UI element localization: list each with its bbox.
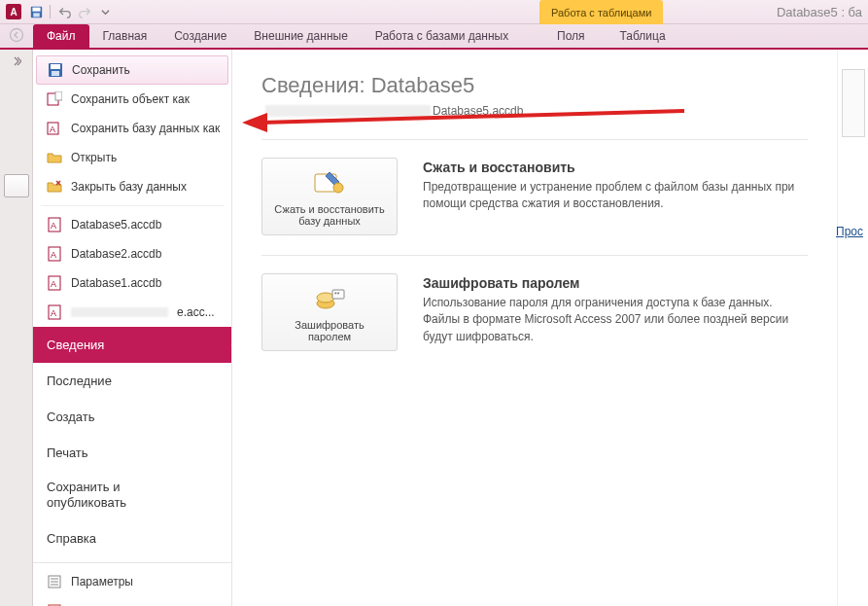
menu-label: Закрыть базу данных <box>71 180 187 194</box>
menu-section-recent[interactable]: Последние <box>33 363 231 399</box>
button-label: Зашифровать паролем <box>295 319 364 342</box>
section-label: Сохранить и опубликовать <box>47 480 126 512</box>
section-label: Сведения <box>47 338 104 352</box>
svg-point-27 <box>317 293 334 303</box>
qat-save-icon[interactable] <box>27 3 45 20</box>
qat-customize-icon[interactable] <box>96 3 114 20</box>
menu-section-help[interactable]: Справка <box>33 520 231 556</box>
menu-section-create[interactable]: Создать <box>33 399 231 435</box>
menu-recent-file[interactable]: A Database2.accdb <box>33 239 231 268</box>
back-history-icon[interactable] <box>0 22 33 48</box>
expand-nav-icon[interactable] <box>11 55 22 67</box>
exit-icon <box>47 603 62 607</box>
encrypt-password-button[interactable]: ** Зашифровать паролем <box>261 273 398 351</box>
menu-recent-file[interactable]: A Database1.accdb <box>33 268 231 298</box>
menu-section-print[interactable]: Печать <box>33 435 231 471</box>
section-label: Последние <box>47 374 112 388</box>
qat-redo-icon[interactable] <box>76 3 93 20</box>
view-link[interactable]: Прос <box>836 225 863 238</box>
tab-external-data[interactable]: Внешние данные <box>240 24 362 48</box>
button-label: Сжать и восстановить базу данных <box>274 203 384 227</box>
options-icon <box>47 574 62 589</box>
svg-text:A: A <box>51 279 56 289</box>
tab-create[interactable]: Создание <box>160 24 240 48</box>
tab-file[interactable]: Файл <box>33 24 89 48</box>
window-title: Database5 : ба <box>777 0 862 24</box>
contextual-tab-group-label: Работа с таблицами <box>539 0 663 24</box>
menu-label: Сохранить <box>72 63 130 77</box>
svg-text:A: A <box>50 125 55 134</box>
svg-point-25 <box>333 183 343 193</box>
navigation-pane-collapsed[interactable] <box>0 50 33 606</box>
open-icon <box>47 150 62 165</box>
backstage-menu: Сохранить Сохранить объект как A Сохрани… <box>33 50 232 606</box>
tab-home[interactable]: Главная <box>89 24 161 48</box>
access-file-icon: A <box>47 246 62 262</box>
menu-save-db-as[interactable]: A Сохранить базу данных как <box>33 114 231 143</box>
encrypt-title: Зашифровать паролем <box>423 275 808 291</box>
svg-text:A: A <box>51 250 56 260</box>
compact-repair-title: Сжать и восстановить <box>423 160 808 175</box>
menu-options[interactable]: Параметры <box>33 567 231 596</box>
backstage-info-page: Сведения: Database5 Database5.accdb Сжат… <box>232 50 837 606</box>
db-path: Database5.accdb <box>265 102 808 120</box>
blurred-text <box>71 307 168 317</box>
section-label: Создать <box>47 410 94 424</box>
menu-save-object-as[interactable]: Сохранить объект как <box>33 85 231 114</box>
svg-rect-5 <box>51 64 60 69</box>
menu-label: Открыть <box>71 151 117 164</box>
save-object-icon <box>47 91 62 107</box>
svg-point-3 <box>11 29 23 42</box>
access-file-icon: A <box>47 304 62 320</box>
blurred-path <box>265 105 431 117</box>
access-file-icon: A <box>47 275 62 291</box>
menu-label: Database2.accdb <box>71 247 161 261</box>
encrypt-icon: ** <box>312 284 347 313</box>
menu-label: e.acc... <box>177 305 215 319</box>
svg-text:A: A <box>51 221 56 231</box>
ribbon-tabs: Файл Главная Создание Внешние данные Раб… <box>0 24 868 50</box>
nav-table-icon[interactable] <box>4 174 29 197</box>
svg-text:A: A <box>51 308 56 318</box>
svg-text:**: ** <box>334 291 340 298</box>
save-icon <box>48 62 63 78</box>
right-preview-strip: Прос <box>837 50 868 606</box>
compact-repair-icon <box>312 168 347 197</box>
menu-exit[interactable]: Выход <box>33 596 231 607</box>
page-title: Сведения: Database5 <box>261 73 808 98</box>
app-icon: A <box>6 4 21 19</box>
qat-undo-icon[interactable] <box>55 3 73 20</box>
preview-thumbnail <box>842 69 865 137</box>
access-file-icon: A <box>47 217 62 232</box>
menu-section-info[interactable]: Сведения <box>33 327 231 363</box>
menu-recent-file[interactable]: A e.acc... <box>33 298 231 327</box>
menu-label: Database5.accdb <box>71 218 161 232</box>
menu-recent-file[interactable]: A Database5.accdb <box>33 210 231 239</box>
encrypt-desc: Использование пароля для ограничения дос… <box>423 295 802 345</box>
svg-rect-2 <box>33 13 40 17</box>
svg-rect-6 <box>52 71 59 76</box>
menu-section-save-publish[interactable]: Сохранить и опубликовать <box>33 471 231 520</box>
quick-access-toolbar <box>27 3 114 20</box>
tab-fields[interactable]: Поля <box>539 24 603 48</box>
menu-label: Сохранить объект как <box>71 92 190 106</box>
menu-label: Database1.accdb <box>71 276 161 290</box>
menu-save[interactable]: Сохранить <box>36 55 228 85</box>
title-bar: A Работа с таблицами Database5 : ба <box>0 0 868 24</box>
tab-database-tools[interactable]: Работа с базами данных <box>362 24 522 48</box>
menu-close-db[interactable]: Закрыть базу данных <box>33 172 231 201</box>
section-label: Справка <box>47 531 96 546</box>
svg-rect-8 <box>55 91 62 100</box>
compact-repair-button[interactable]: Сжать и восстановить базу данных <box>261 158 398 235</box>
menu-open[interactable]: Открыть <box>33 143 231 172</box>
tab-table[interactable]: Таблица <box>603 24 683 48</box>
close-db-icon <box>47 179 62 195</box>
section-label: Печать <box>47 446 88 460</box>
menu-label: Параметры <box>71 575 133 588</box>
compact-repair-desc: Предотвращение и устранение проблем с фа… <box>423 179 802 213</box>
save-db-icon: A <box>47 121 62 136</box>
menu-label: Сохранить базу данных как <box>71 122 220 135</box>
svg-rect-1 <box>32 7 40 11</box>
